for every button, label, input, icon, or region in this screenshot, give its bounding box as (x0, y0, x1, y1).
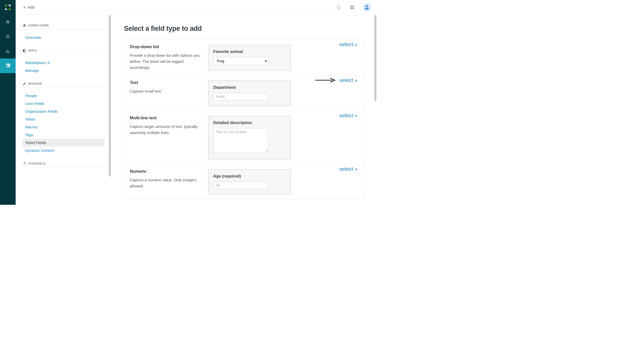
field-preview: Department (208, 80, 291, 106)
bar-chart-icon (5, 48, 11, 54)
field-row-multiline: Multi-line text Capture larger amounts o… (124, 111, 363, 164)
field-preview: Detailed description (208, 115, 291, 160)
sidebar-link-marketplace[interactable]: Marketplace (23, 59, 105, 67)
sidebar-link-label: Tags (25, 133, 33, 137)
brand-logo (0, 0, 16, 15)
field-row-text: Text Capture small text. Department sele… (124, 76, 363, 111)
sidebar-link-ticket-fields[interactable]: Ticket Fields (23, 139, 105, 147)
annotation-arrow-icon (315, 78, 335, 83)
field-description: Drop-down list Provide a drop-down list … (130, 44, 208, 71)
topbar: Add (16, 0, 378, 15)
sidebar-link-macros[interactable]: Macros (23, 123, 105, 131)
sidebar-link-views[interactable]: Views (23, 115, 105, 123)
add-button[interactable]: Add (23, 5, 35, 9)
preview-select[interactable]: Frog (213, 57, 268, 65)
preview-text-input[interactable] (213, 93, 268, 100)
rail-views[interactable] (0, 29, 16, 44)
sidebar-link-label: Manage (25, 68, 39, 73)
external-link-icon (47, 61, 50, 64)
sidebar-heading-admin-home[interactable]: ADMIN HOME (23, 22, 105, 30)
sidebar-heading-channels[interactable]: CHANNELS (23, 160, 105, 168)
sidebar-heading-apps[interactable]: APPS (23, 47, 105, 55)
sidebar-link-dynamic-content[interactable]: Dynamic Content (23, 147, 105, 154)
field-name: Text (130, 80, 203, 85)
main-scrollbar-thumb[interactable] (374, 15, 376, 101)
rail-reports[interactable] (0, 44, 16, 59)
search-icon (336, 5, 341, 10)
sidebar-link-label: Macros (25, 125, 38, 129)
preview-textarea[interactable] (213, 128, 268, 153)
sidebar-link-label: Organization Fields (25, 109, 58, 113)
sidebar-link-label: People (25, 94, 37, 98)
sidebar-link-label: Marketplace (25, 61, 46, 65)
home-icon (23, 24, 26, 27)
field-preview: Age (required) (208, 169, 291, 195)
field-preview: Favorite animal Frog (208, 44, 291, 71)
sidebar-heading-manage[interactable]: MANAGE (23, 80, 105, 88)
user-avatar[interactable] (363, 3, 371, 11)
field-desc-text: Capture a numeric value. Only integers a… (130, 177, 203, 189)
select-link[interactable]: select » (339, 112, 358, 119)
field-description: Text Capture small text. (130, 80, 208, 94)
sidebar-heading-label: ADMIN HOME (28, 24, 49, 27)
select-link[interactable]: select » (339, 77, 358, 83)
main-scrollbar (374, 15, 376, 196)
select-link[interactable]: select » (339, 41, 358, 47)
sidebar-link-label: Dynamic Content (25, 148, 54, 153)
select-link[interactable]: select » (339, 166, 358, 172)
sidebar-heading-label: APPS (28, 49, 37, 52)
left-rail (0, 0, 16, 205)
sidebar-link-user-fields[interactable]: User Fields (23, 100, 105, 107)
sidebar-scrollbar-thumb[interactable] (109, 15, 111, 177)
field-row-dropdown: Drop-down list Provide a drop-down list … (124, 40, 363, 76)
sidebar-link-label: Overview (25, 35, 41, 40)
sidebar-heading-label: MANAGE (28, 82, 42, 85)
sidebar-link-manage-apps[interactable]: Manage (23, 67, 105, 74)
field-name: Multi-line text (130, 115, 203, 121)
sidebar-link-label: Views (25, 117, 35, 121)
sidebar-heading-label: CHANNELS (28, 162, 46, 165)
field-desc-text: Capture small text. (130, 88, 203, 94)
edit-icon (23, 82, 26, 85)
field-type-list: Drop-down list Provide a drop-down list … (124, 40, 363, 200)
add-label: Add (28, 5, 35, 9)
field-description: Multi-line text Capture larger amounts o… (130, 115, 208, 136)
topbar-actions (336, 3, 371, 11)
rail-admin[interactable] (0, 59, 16, 73)
sidebar-link-people[interactable]: People (23, 92, 105, 100)
sidebar-scrollbar (109, 15, 111, 196)
sidebar-link-organization-fields[interactable]: Organization Fields (23, 107, 105, 115)
refresh-icon (23, 162, 26, 165)
page-title: Select a field type to add (124, 25, 363, 33)
admin-sidebar: ADMIN HOME Overview APPS Marketplace Man… (16, 15, 110, 205)
preview-label: Age (required) (213, 174, 286, 179)
field-desc-text: Capture larger amounts of text, typicall… (130, 124, 203, 136)
apps-button[interactable] (349, 4, 355, 10)
sidebar-link-tags[interactable]: Tags (23, 131, 105, 139)
rail-home[interactable] (0, 15, 16, 29)
person-icon (364, 5, 369, 10)
search-button[interactable] (336, 4, 342, 10)
preview-label: Detailed description (213, 120, 286, 125)
field-description: Numeric Capture a numeric value. Only in… (130, 169, 208, 189)
main-content: Select a field type to add Drop-down lis… (114, 15, 373, 205)
field-name: Drop-down list (130, 44, 203, 49)
field-desc-text: Provide a drop-down list with options yo… (130, 52, 203, 71)
preview-numeric-input[interactable] (213, 182, 268, 189)
grid-icon (350, 5, 355, 10)
list-icon (5, 34, 11, 39)
sidebar-link-overview[interactable]: Overview (23, 34, 105, 41)
sidebar-link-label: Ticket Fields (25, 140, 46, 145)
circle-half-icon (23, 49, 26, 52)
preview-label: Department (213, 85, 286, 90)
field-name: Numeric (130, 169, 203, 174)
preview-label: Favorite animal (213, 49, 286, 54)
plus-icon (23, 6, 26, 9)
sidebar-link-label: User Fields (25, 101, 44, 106)
home-icon (5, 19, 11, 25)
field-row-numeric: Numeric Capture a numeric value. Only in… (124, 164, 363, 199)
gear-icon (5, 63, 11, 69)
